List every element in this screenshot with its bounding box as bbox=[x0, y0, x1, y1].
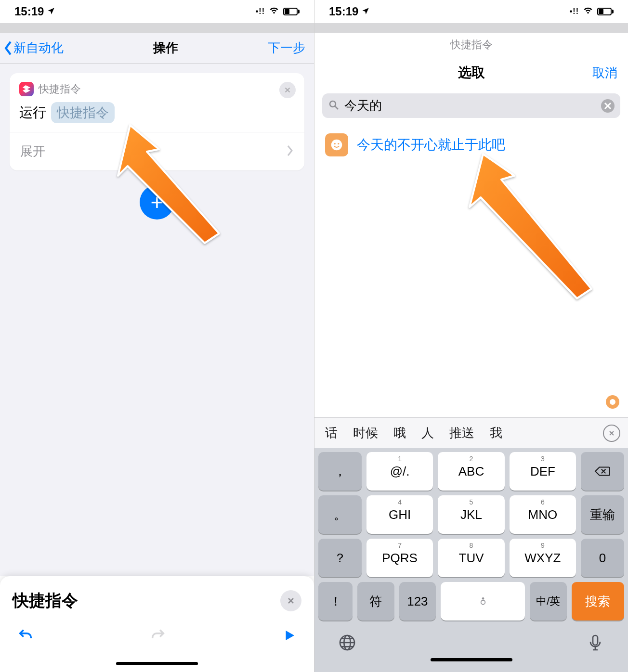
panel-close-button[interactable] bbox=[280, 590, 301, 611]
remove-action-button[interactable] bbox=[279, 82, 296, 98]
search-bar[interactable] bbox=[322, 93, 620, 118]
key-1[interactable]: 1@/. bbox=[366, 452, 433, 491]
next-button[interactable]: 下一步 bbox=[268, 39, 305, 56]
run-label: 运行 bbox=[19, 103, 46, 122]
suggestion-item[interactable]: 时候 bbox=[345, 418, 386, 448]
key-3[interactable]: 3DEF bbox=[510, 452, 576, 491]
svg-point-2 bbox=[331, 140, 342, 151]
mic-icon[interactable] bbox=[586, 633, 605, 654]
key-exclaim[interactable]: ！ bbox=[318, 582, 353, 620]
key-symbols[interactable]: 符 bbox=[357, 582, 394, 620]
status-time: 15:19 bbox=[14, 5, 44, 18]
cancel-button[interactable]: 取消 bbox=[592, 65, 617, 81]
home-indicator bbox=[116, 662, 198, 665]
status-bar: 15:19 •!! bbox=[0, 0, 314, 23]
result-list-area bbox=[314, 165, 628, 417]
sheet-mini-title: 快捷指令 bbox=[314, 33, 628, 55]
action-card: 快捷指令 运行 快捷指令 展开 bbox=[10, 73, 304, 170]
key-4[interactable]: 4GHI bbox=[366, 495, 433, 534]
picker-title: 选取 bbox=[458, 64, 485, 82]
suggestion-item[interactable]: 哦 bbox=[386, 418, 414, 448]
svg-point-6 bbox=[481, 600, 485, 605]
key-8[interactable]: 8TUV bbox=[438, 539, 504, 577]
panel-title: 快捷指令 bbox=[13, 590, 78, 612]
suggestion-item[interactable]: 我 bbox=[482, 418, 510, 448]
svg-point-3 bbox=[334, 143, 336, 144]
sheet-backdrop bbox=[314, 23, 628, 33]
key-zero[interactable]: 0 bbox=[581, 539, 624, 577]
bottom-panel: 快捷指令 bbox=[0, 576, 314, 672]
nav-title: 操作 bbox=[153, 39, 178, 56]
status-bar: 15:19 •!! bbox=[314, 0, 628, 23]
app-label: 快捷指令 bbox=[39, 82, 81, 96]
search-icon bbox=[328, 99, 340, 113]
suggestion-item[interactable]: 话 bbox=[317, 418, 345, 448]
location-icon bbox=[47, 5, 55, 18]
key-9[interactable]: 9WXYZ bbox=[510, 539, 576, 577]
suggestion-bar: 话 时候 哦 人 推送 我 bbox=[314, 417, 628, 448]
key-6[interactable]: 6MNO bbox=[510, 495, 576, 534]
back-button[interactable]: 新自动化 bbox=[3, 39, 64, 56]
expand-row[interactable]: 展开 bbox=[10, 132, 304, 170]
battery-icon bbox=[283, 8, 300, 15]
clear-search-button[interactable] bbox=[601, 99, 615, 113]
key-comma[interactable]: ， bbox=[318, 452, 362, 491]
key-space[interactable] bbox=[441, 582, 525, 620]
suggestion-item[interactable]: 推送 bbox=[442, 418, 482, 448]
key-language[interactable]: 中/英 bbox=[530, 582, 567, 620]
result-text: 今天的不开心就止于此吧 bbox=[357, 136, 505, 154]
svg-rect-9 bbox=[593, 635, 598, 645]
key-question[interactable]: ？ bbox=[318, 539, 362, 577]
location-icon bbox=[361, 5, 370, 18]
wifi-icon bbox=[269, 5, 279, 18]
shortcut-token[interactable]: 快捷指令 bbox=[51, 102, 115, 123]
battery-icon bbox=[597, 8, 614, 15]
suggestion-item[interactable]: 人 bbox=[414, 418, 442, 448]
secondary-signal-icon: •!! bbox=[256, 7, 265, 16]
content-area: 快捷指令 运行 快捷指令 展开 + bbox=[0, 64, 314, 576]
wifi-icon bbox=[583, 5, 593, 18]
home-indicator bbox=[431, 658, 512, 661]
undo-button[interactable] bbox=[17, 627, 34, 646]
key-2[interactable]: 2ABC bbox=[438, 452, 504, 491]
key-search[interactable]: 搜索 bbox=[572, 582, 624, 620]
chevron-right-icon bbox=[286, 144, 294, 159]
add-action-button[interactable]: + bbox=[140, 185, 174, 220]
svg-point-5 bbox=[610, 399, 615, 405]
nav-bar: 新自动化 操作 下一步 bbox=[0, 33, 314, 64]
shortcut-result-icon bbox=[325, 133, 348, 156]
suggestion-close-button[interactable] bbox=[603, 425, 620, 442]
result-row[interactable]: 今天的不开心就止于此吧 bbox=[314, 125, 628, 165]
key-reinput[interactable]: 重输 bbox=[581, 495, 624, 534]
sheet-backdrop bbox=[0, 23, 314, 33]
expand-label: 展开 bbox=[20, 143, 45, 160]
key-backspace[interactable] bbox=[581, 452, 624, 491]
left-screenshot: 15:19 •!! 新自动化 操作 下一步 bbox=[0, 0, 314, 672]
shortcuts-app-icon bbox=[19, 82, 34, 96]
key-7[interactable]: 7PQRS bbox=[366, 539, 433, 577]
svg-line-1 bbox=[335, 106, 338, 109]
svg-point-0 bbox=[330, 101, 336, 107]
secondary-signal-icon: •!! bbox=[570, 7, 579, 16]
redo-button[interactable] bbox=[150, 627, 166, 646]
key-5[interactable]: 5JKL bbox=[438, 495, 504, 534]
svg-point-4 bbox=[338, 143, 339, 144]
globe-icon[interactable] bbox=[338, 633, 357, 654]
right-screenshot: 15:19 •!! 快捷指令 选取 取消 bbox=[314, 0, 628, 672]
key-period[interactable]: 。 bbox=[318, 495, 362, 534]
back-label: 新自动化 bbox=[13, 39, 64, 56]
keyboard: ， 1@/. 2ABC 3DEF 。 4GHI 5JKL 6MNO 重输 ？ 7… bbox=[314, 448, 628, 672]
run-button[interactable] bbox=[282, 628, 297, 645]
picker-nav: 选取 取消 bbox=[314, 55, 628, 90]
key-numbers[interactable]: 123 bbox=[399, 582, 436, 620]
input-accessory-icon[interactable] bbox=[606, 395, 619, 409]
search-input[interactable] bbox=[344, 98, 596, 113]
status-time: 15:19 bbox=[329, 5, 358, 18]
